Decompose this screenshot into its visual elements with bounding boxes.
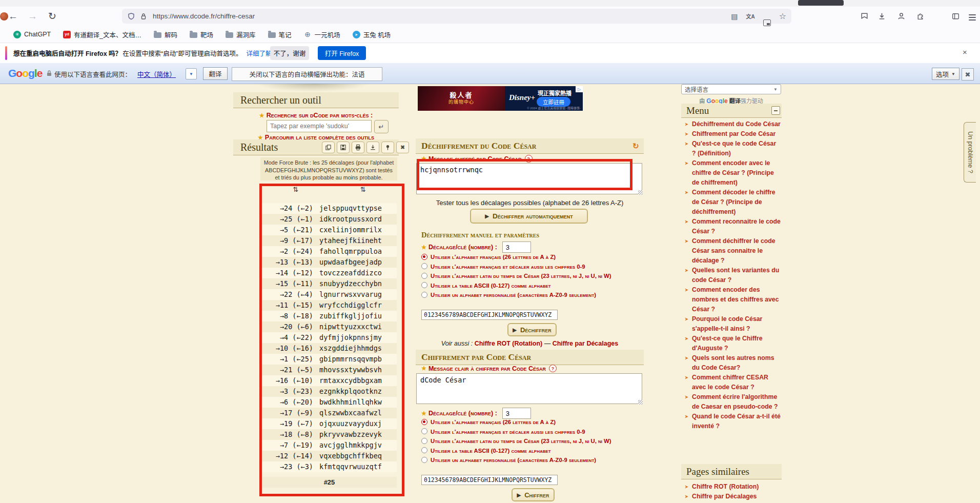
radio-label[interactable]: Utiliser l'alphabet français et décaler … bbox=[431, 262, 585, 272]
radio-label[interactable]: Utiliser l'alphabet latin du temps de Cé… bbox=[431, 271, 611, 281]
similar-page-link[interactable]: ➤ Chiffre par Décalages bbox=[681, 492, 782, 501]
adchoices-icon[interactable]: ▷ bbox=[576, 86, 583, 92]
search-input[interactable] bbox=[267, 120, 372, 132]
forward-icon[interactable]: → bbox=[28, 7, 37, 26]
close-icon-button[interactable]: ✖ bbox=[396, 142, 409, 153]
dismiss-language-banner[interactable]: 关闭以下语言的自动横幅弹出功能：法语 bbox=[232, 67, 382, 81]
extension-avatar-icon[interactable] bbox=[0, 12, 8, 21]
resize-handle[interactable] bbox=[638, 190, 643, 195]
ciphertext-textarea[interactable]: hcjqnnsotrrwnqc bbox=[416, 163, 642, 194]
learn-more-link[interactable]: 详细了解 bbox=[246, 48, 272, 58]
decrypt-button[interactable]: ▶ Déchiffrer bbox=[507, 323, 557, 336]
save-icon-button[interactable] bbox=[337, 142, 350, 153]
shield-icon[interactable] bbox=[127, 12, 135, 21]
ad-banner[interactable]: 殺人者 的購物中心 Disney+ 現正獨家熱播 立即註冊 © 2024 迪士尼… bbox=[418, 86, 583, 111]
menu-link[interactable]: ➤ Déchiffrement du Code César bbox=[681, 119, 782, 129]
open-firefox-button[interactable]: 打开 Firefox bbox=[318, 46, 366, 60]
back-icon[interactable]: ← bbox=[8, 7, 18, 26]
radio-button[interactable] bbox=[421, 428, 427, 434]
radio-label[interactable]: Utiliser l'alphabet français (26 lettres… bbox=[431, 417, 556, 427]
reader-mode-icon[interactable]: ▤ bbox=[731, 12, 738, 21]
radio-button[interactable] bbox=[421, 457, 427, 463]
decrypt-auto-button[interactable]: ▶ Déchiffrer automatiquement bbox=[470, 209, 588, 224]
sort-text-icon[interactable]: ⇅ bbox=[330, 186, 397, 193]
downloads-icon[interactable] bbox=[877, 12, 887, 21]
url-bar[interactable]: https://www.dcode.fr/chiffre-cesar ▤ 文A … bbox=[122, 9, 791, 24]
bookmark-item[interactable]: 解码 bbox=[154, 30, 177, 39]
copy-icon-button[interactable] bbox=[322, 142, 335, 153]
bookmark-item[interactable]: 靶场 bbox=[190, 30, 213, 39]
bookmark-item[interactable]: 笔记 bbox=[268, 30, 292, 39]
similar-page-link[interactable]: ➤ Chiffre ROT (Rotation) bbox=[681, 482, 782, 492]
reload-icon[interactable]: ↻ bbox=[48, 7, 56, 26]
account-icon[interactable] bbox=[897, 12, 906, 21]
menu-link[interactable]: ➤ Comment écrire l'algorithme de Caesar … bbox=[681, 392, 782, 412]
encrypt-button[interactable]: ▶ Chiffrer bbox=[512, 488, 555, 501]
bookmark-item[interactable]: 玉兔 机场 bbox=[353, 30, 391, 39]
translate-language-link[interactable]: 中文（简体） bbox=[137, 69, 176, 79]
refresh-icon[interactable]: ↻ bbox=[632, 142, 639, 151]
background-tab[interactable] bbox=[798, 0, 844, 6]
bookmark-item[interactable]: 漏洞库 bbox=[226, 30, 256, 39]
radio-label[interactable]: Utiliser un alphabet personnalisé (carac… bbox=[431, 455, 596, 465]
menu-link[interactable]: ➤ Comment encoder avec le chiffre de Cés… bbox=[681, 158, 782, 188]
picture-in-picture-icon[interactable] bbox=[763, 12, 771, 21]
decline-button[interactable]: 不了，谢谢 bbox=[270, 46, 309, 60]
bookmark-item[interactable]: 一元机场 bbox=[304, 30, 340, 39]
collapse-menu-button[interactable] bbox=[771, 106, 780, 115]
sort-shift-icon[interactable]: ⇅ bbox=[262, 186, 330, 193]
menu-hamburger-icon[interactable] bbox=[969, 13, 976, 22]
radio-button[interactable] bbox=[421, 438, 427, 444]
plaintext-textarea[interactable]: dCode César bbox=[416, 373, 642, 404]
menu-link[interactable]: ➤ Quelles sont les variantes du code Cés… bbox=[681, 266, 782, 285]
menu-link[interactable]: ➤ Comment décoder le chiffre de César ? … bbox=[681, 188, 782, 217]
radio-button[interactable] bbox=[421, 447, 427, 453]
bookmark-item[interactable]: ChatGPT bbox=[13, 31, 51, 38]
translate-close-icon[interactable]: ✖ bbox=[962, 68, 974, 81]
resize-handle[interactable] bbox=[638, 400, 643, 405]
radio-button[interactable] bbox=[421, 282, 427, 288]
feedback-tab[interactable]: Un problème ? bbox=[964, 122, 976, 183]
pin-icon-button[interactable] bbox=[381, 142, 394, 153]
radio-label[interactable]: Utiliser l'alphabet français et décaler … bbox=[431, 427, 585, 437]
pocket-icon[interactable] bbox=[860, 12, 869, 21]
search-submit-button[interactable]: ↵ bbox=[374, 120, 389, 133]
custom-alphabet-input[interactable] bbox=[421, 475, 558, 485]
see-also-link-shift[interactable]: Chiffre par Décalages bbox=[553, 340, 619, 347]
help-icon[interactable]: ? bbox=[525, 155, 533, 163]
menu-link[interactable]: ➤ Pourquoi le code César s'appelle-t-il … bbox=[681, 314, 782, 334]
bookmark-item[interactable]: 有道翻译_文本、文档… bbox=[63, 30, 141, 39]
notification-close-icon[interactable]: × bbox=[963, 48, 967, 56]
radio-label[interactable]: Utiliser un alphabet personnalisé (carac… bbox=[431, 290, 596, 300]
menu-link[interactable]: ➤ Comment chiffrer CESAR avec le code Cé… bbox=[681, 373, 782, 392]
language-dropdown-icon[interactable]: ▼ bbox=[186, 68, 197, 79]
print-icon-button[interactable] bbox=[352, 142, 364, 153]
bookmark-star-icon[interactable]: ☆ bbox=[779, 11, 786, 21]
sidebar-toggle-icon[interactable] bbox=[951, 12, 961, 21]
radio-button[interactable] bbox=[421, 254, 427, 260]
menu-link[interactable]: ➤ Chiffrement par Code César bbox=[681, 129, 782, 139]
custom-alphabet-input[interactable] bbox=[421, 310, 558, 320]
translate-button[interactable]: 翻译 bbox=[203, 67, 228, 80]
menu-link[interactable]: ➤ Qu'est-ce que le Chiffre d'Auguste ? bbox=[681, 334, 782, 353]
menu-link[interactable]: ➤ Comment encoder des nombres et des chi… bbox=[681, 285, 782, 314]
radio-button[interactable] bbox=[421, 419, 427, 425]
see-also-link-rot[interactable]: Chiffre ROT (Rotation) bbox=[475, 340, 543, 347]
radio-label[interactable]: Utiliser l'alphabet français (26 lettres… bbox=[431, 252, 556, 262]
menu-link[interactable]: ➤ Comment déchiffrer le code César sans … bbox=[681, 236, 782, 266]
radio-label[interactable]: Utiliser l'alphabet latin du temps de Cé… bbox=[431, 436, 611, 446]
radio-button[interactable] bbox=[421, 263, 427, 269]
help-icon[interactable]: ? bbox=[549, 365, 557, 372]
radio-button[interactable] bbox=[421, 292, 427, 298]
radio-button[interactable] bbox=[421, 273, 427, 279]
menu-link[interactable]: ➤ Comment reconnaitre le code César ? bbox=[681, 217, 782, 236]
extensions-puzzle-icon[interactable] bbox=[916, 12, 925, 21]
language-select[interactable]: 选择语言 ▼ bbox=[681, 84, 781, 94]
translate-options-button[interactable]: 选项 ▼ bbox=[932, 68, 959, 80]
lock-icon[interactable] bbox=[139, 12, 148, 21]
radio-label[interactable]: Utiliser la table ASCII (0-127) comme al… bbox=[431, 446, 551, 456]
shift-key-input[interactable] bbox=[502, 242, 531, 253]
menu-link[interactable]: ➤ Qu'est-ce que le code César ? (Définit… bbox=[681, 139, 782, 158]
radio-label[interactable]: Utiliser la table ASCII (0-127) comme al… bbox=[431, 281, 551, 291]
translate-page-icon[interactable]: 文A bbox=[746, 12, 754, 20]
